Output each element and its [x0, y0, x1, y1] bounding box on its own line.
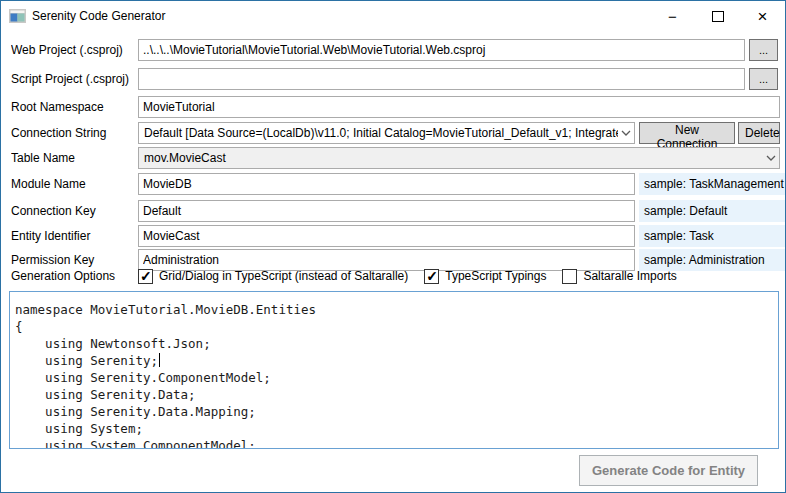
maximize-icon — [712, 11, 724, 22]
web-project-browse-button[interactable]: ... — [749, 39, 778, 61]
minimize-button[interactable]: − — [650, 1, 695, 31]
serenity-code-generator-window: Serenity Code Generator − × Web Project … — [0, 0, 786, 493]
title-bar: Serenity Code Generator − × — [1, 1, 785, 32]
window-controls: − × — [650, 1, 785, 31]
option-label: TypeScript Typings — [445, 269, 546, 283]
table-name-value: mov.MovieCast — [139, 151, 763, 165]
connection-key-label: Connection Key — [11, 200, 136, 222]
connection-string-label: Connection String — [11, 122, 136, 144]
module-name-label: Module Name — [11, 173, 136, 195]
new-connection-button[interactable]: New Connection — [639, 122, 735, 144]
app-icon — [9, 9, 26, 24]
close-icon: × — [758, 8, 768, 25]
checkbox-icon[interactable] — [424, 269, 439, 284]
script-project-browse-button[interactable]: ... — [749, 68, 778, 90]
close-button[interactable]: × — [740, 1, 785, 31]
web-project-label: Web Project (.csproj) — [11, 39, 136, 61]
option-typescript-typings[interactable]: TypeScript Typings — [424, 269, 546, 284]
generation-options-label: Generation Options — [11, 267, 115, 285]
option-saltaralle-imports[interactable]: Saltaralle Imports — [562, 269, 676, 284]
entity-identifier-sample: sample: Task — [639, 225, 785, 247]
connection-string-combobox[interactable]: Default [Data Source=(LocalDb)\v11.0; In… — [138, 122, 635, 144]
checkbox-icon[interactable] — [562, 269, 577, 284]
entity-identifier-label: Entity Identifier — [11, 225, 136, 247]
module-name-input[interactable] — [138, 173, 635, 195]
web-project-input[interactable] — [138, 39, 745, 61]
root-namespace-label: Root Namespace — [11, 96, 136, 118]
entity-identifier-input[interactable] — [138, 225, 635, 247]
option-grid-dialog-typescript[interactable]: Grid/Dialog in TypeScript (instead of Sa… — [138, 269, 408, 284]
generate-code-for-entity-button[interactable]: Generate Code for Entity — [579, 455, 758, 486]
root-namespace-input[interactable] — [138, 96, 780, 118]
option-label: Saltaralle Imports — [583, 269, 676, 283]
text-caret — [159, 353, 160, 367]
table-name-label: Table Name — [11, 147, 136, 169]
connection-key-sample: sample: Default — [639, 200, 785, 222]
option-label: Grid/Dialog in TypeScript (instead of Sa… — [159, 269, 408, 283]
chevron-down-icon — [763, 155, 779, 161]
script-project-input[interactable] — [138, 68, 745, 90]
module-name-sample: sample: TaskManagement — [639, 173, 785, 195]
maximize-button[interactable] — [695, 1, 740, 31]
code-preview-text: namespace MovieTutorial.MovieDB.Entities… — [10, 292, 778, 449]
script-project-label: Script Project (.csproj) — [11, 68, 136, 90]
connection-string-value: Default [Data Source=(LocalDb)\v11.0; In… — [139, 126, 618, 140]
code-preview-textbox[interactable]: namespace MovieTutorial.MovieDB.Entities… — [9, 291, 779, 449]
checkbox-icon[interactable] — [138, 269, 153, 284]
generation-options-group: Grid/Dialog in TypeScript (instead of Sa… — [138, 267, 693, 285]
minimize-icon: − — [668, 8, 677, 25]
window-title: Serenity Code Generator — [32, 9, 165, 23]
connection-key-input[interactable] — [138, 200, 635, 222]
chevron-down-icon — [618, 130, 634, 136]
table-name-combobox[interactable]: mov.MovieCast — [138, 147, 780, 169]
delete-connection-button[interactable]: Delete — [738, 122, 780, 144]
